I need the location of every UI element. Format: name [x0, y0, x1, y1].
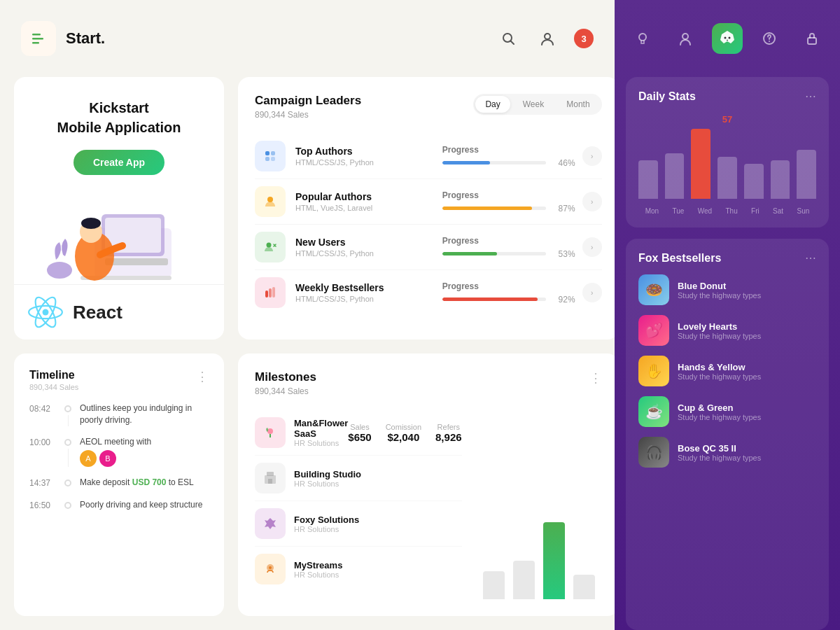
campaign-row-top-authors: Top Authors HTML/CSS/JS, Python Progress… — [255, 134, 602, 179]
tab-week[interactable]: Week — [513, 96, 554, 113]
chevron-right-icon-4[interactable]: › — [582, 283, 602, 302]
ms-info-3: Foxy Solutions HR Solutions — [294, 514, 462, 533]
svg-rect-1 — [32, 38, 43, 40]
fb-thumb-5: 🎧 — [638, 437, 669, 468]
daily-stats-chart-wrap: 57 Mon Tue Wed Thu Fri Sat Sun — [638, 114, 816, 215]
daily-stats-title: Daily Stats — [638, 90, 696, 103]
nav-person-icon[interactable] — [670, 23, 701, 54]
profile-icon[interactable] — [535, 26, 560, 51]
fox-bestsellers-header: Fox Bestsellers ⋯ — [638, 251, 816, 265]
fb-name-1: Blue Donut — [678, 281, 761, 291]
new-users-icon — [255, 232, 286, 262]
timeline-item-2: 10:00 AEOL meeting with A B — [29, 436, 209, 468]
ms-icon-2 — [255, 463, 286, 493]
progress-pct: 46% — [553, 158, 575, 168]
fb-item-1: 🍩 Blue Donut Study the highway types — [638, 274, 816, 305]
ms-info-2: Building Studio HR Solutions — [294, 469, 462, 488]
nav-question-icon[interactable] — [754, 23, 785, 54]
logo-icon — [21, 21, 56, 56]
svg-rect-30 — [267, 472, 274, 476]
milestone-row-4: MyStreams HR Solutions — [255, 547, 462, 592]
progress-fill-2 — [442, 206, 533, 210]
svg-rect-31 — [268, 479, 272, 484]
popular-authors-tags: HTML, VueJS, Laravel — [295, 204, 428, 212]
search-icon[interactable] — [496, 26, 521, 51]
fb-name-4: Cup & Green — [678, 402, 761, 413]
svg-rect-26 — [269, 288, 272, 298]
timeline-card: Timeline 890,344 Sales ⋮ 08:42 Outlines … — [14, 354, 224, 616]
timeline-subtitle: 890,344 Sales — [29, 383, 209, 391]
tab-day[interactable]: Day — [475, 96, 510, 113]
ms-stats: Sales $650 Comission $2,040 Refers 8,926 — [348, 423, 461, 443]
chevron-right-icon-2[interactable]: › — [582, 192, 602, 211]
fox-bestsellers-more[interactable]: ⋯ — [805, 251, 816, 265]
tl-dot-3 — [64, 479, 71, 486]
timeline-more-icon[interactable]: ⋮ — [196, 369, 209, 384]
nav-lock-icon[interactable] — [797, 23, 827, 54]
ds-bar-fri — [744, 164, 764, 199]
milestones-title-area: Milestones 890,344 Sales — [255, 370, 316, 396]
nav-fox-icon[interactable] — [712, 23, 743, 54]
tab-month[interactable]: Month — [556, 96, 599, 113]
svg-point-33 — [269, 566, 272, 569]
ms-sales: Sales $650 — [348, 423, 371, 443]
svg-point-13 — [81, 218, 101, 229]
tl-time: 08:42 — [29, 402, 56, 426]
tl-line — [68, 415, 69, 426]
right-sidebar: Daily Stats ⋯ 57 Mon Tue Wed Thu Fri Sat — [615, 0, 840, 630]
tl-time-2: 10:00 — [29, 436, 56, 468]
svg-point-15 — [43, 309, 49, 316]
progress-bar-wrap-3: 53% — [442, 249, 575, 259]
weekly-bestsellers-tags: HTML/CSS/JS, Python — [295, 295, 428, 303]
daily-stats-peak: 57 — [638, 114, 816, 125]
tl-dot — [64, 405, 71, 412]
timeline-item-3: 14:37 Make deposit USD 700 to ESL — [29, 477, 209, 489]
svg-point-34 — [639, 34, 646, 41]
milestones-subtitle: 890,344 Sales — [255, 386, 316, 396]
timeline-item: 08:42 Outlines keep you indulging in poo… — [29, 402, 209, 426]
svg-line-4 — [511, 41, 514, 45]
ds-bar-tue — [665, 153, 685, 199]
ms-refers: Refers 8,926 — [435, 423, 462, 443]
timeline-items: 08:42 Outlines keep you indulging in poo… — [29, 402, 209, 511]
avatar-2: B — [99, 450, 116, 467]
brand-title: Start. — [66, 29, 105, 48]
ds-label-wed: Wed — [698, 207, 712, 215]
tl-time-4: 16:50 — [29, 499, 56, 511]
header: Start. 3 — [0, 0, 615, 77]
svg-point-28 — [267, 428, 273, 434]
progress-pct-2: 87% — [553, 204, 575, 214]
fb-sub-5: Study the highway types — [678, 454, 761, 462]
popular-authors-icon — [255, 186, 286, 217]
fb-info-2: Lovely Hearts Study the highway types — [678, 321, 761, 340]
fb-thumb-1: 🍩 — [638, 274, 669, 305]
tl-time-3: 14:37 — [29, 477, 56, 489]
tl-text-2: AEOL meeting with A B — [80, 436, 151, 468]
ms-name-1: Man&Flower SaaS — [294, 418, 348, 439]
campaign-row-new-users: New Users HTML/CSS/JS, Python Progress 5… — [255, 225, 602, 270]
content-grid: Kickstart Mobile Application Create App — [0, 77, 615, 630]
fb-item-2: 💕 Lovely Hearts Study the highway types — [638, 315, 816, 346]
ms-bar-1 — [483, 571, 505, 599]
milestones-more-icon[interactable]: ⋮ — [589, 370, 602, 386]
svg-rect-27 — [272, 287, 275, 298]
progress-bar-wrap-4: 92% — [442, 295, 575, 304]
tl-text-3: Make deposit USD 700 to ESL — [80, 477, 194, 489]
create-app-button[interactable]: Create App — [74, 150, 164, 175]
notification-badge[interactable]: 3 — [574, 29, 594, 48]
chevron-right-icon[interactable]: › — [582, 146, 602, 166]
chevron-right-icon-3[interactable]: › — [582, 237, 602, 257]
nav-lightbulb-icon[interactable] — [627, 23, 658, 54]
milestone-row-3: Foxy Solutions HR Solutions — [255, 501, 462, 547]
campaign-row-weekly: Weekly Bestsellers HTML/CSS/JS, Python P… — [255, 270, 602, 315]
top-authors-name: Top Authors — [295, 146, 428, 157]
ms-sub-3: HR Solutions — [294, 525, 462, 533]
daily-stats-more[interactable]: ⋯ — [805, 90, 816, 103]
progress-label-4: Progress — [442, 281, 575, 291]
fb-thumb-3: ✋ — [638, 356, 669, 386]
campaign-row-popular-authors: Popular Authors HTML, VueJS, Laravel Pro… — [255, 179, 602, 225]
fb-item-4: ☕ Cup & Green Study the highway types — [638, 396, 816, 427]
kickstart-illustration — [28, 186, 210, 284]
svg-point-5 — [545, 34, 550, 39]
svg-point-35 — [682, 34, 688, 39]
